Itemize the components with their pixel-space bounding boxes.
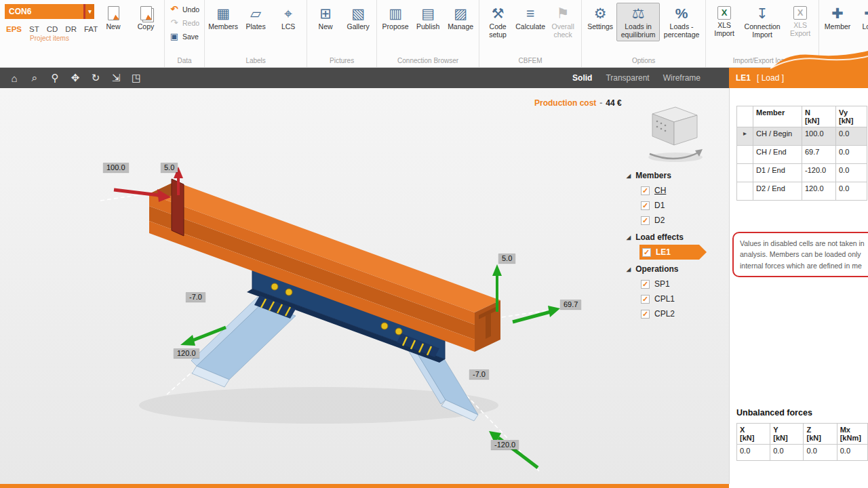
row-selector-icon[interactable]: ▸ [737, 127, 753, 146]
unbalanced-forces-table: X[kN] Y[kN] Z[kN] Mx[kNm] 0.0 0.0 0.0 0.… [736, 423, 868, 461]
load-panel-header: LE1 [ Load ] [729, 68, 868, 88]
checkbox-checked-icon[interactable]: ✓ [641, 280, 650, 289]
redo-button[interactable]: ↷ Redo [167, 16, 202, 29]
ribbon-group-project-items: CON6 ▾ EPS ST CD DR FAT Project items Ne… [0, 0, 165, 67]
publish-button[interactable]: ▤ Publish [412, 3, 444, 33]
table-row[interactable]: ▸ CH / Begin 100.0 0.0 [737, 127, 867, 146]
new-member-button[interactable]: ✚ Member [821, 3, 854, 33]
zoom-window-icon[interactable]: ⌕ [24, 72, 45, 84]
project-item-dropdown[interactable]: CON6 ▾ [5, 4, 94, 19]
checkbox-checked-icon[interactable]: ✓ [641, 216, 650, 225]
checkbox-checked-icon[interactable]: ✓ [641, 295, 650, 304]
copy-project-item-button[interactable]: Copy [130, 3, 162, 33]
beam-ch[interactable] [149, 179, 500, 352]
add-member-icon: ✚ [831, 5, 844, 22]
tree-item-cpl1[interactable]: ✓ CPL1 [627, 291, 728, 306]
collapse-triangle-icon[interactable]: ◢ [627, 173, 631, 179]
plates-labels-button[interactable]: ▱ Plates [239, 3, 272, 33]
view-mode-wireframe[interactable]: Wireframe [663, 73, 701, 83]
overall-check-button[interactable]: ⚑ Overall check [547, 3, 579, 41]
manage-button[interactable]: ▨ Manage [444, 3, 477, 33]
tree-group-load-effects[interactable]: ◢ Load effects [627, 230, 728, 245]
3d-connection-scene[interactable] [0, 88, 729, 484]
tree-item-d2[interactable]: ✓ D2 [627, 213, 728, 228]
tree-item-le1[interactable]: ✓ LE1 [639, 245, 699, 260]
code-setup-button[interactable]: ⚒ Code setup [481, 3, 514, 41]
xls-import-icon: X [717, 6, 731, 20]
overall-check-icon: ⚑ [557, 5, 570, 22]
zoom-icon[interactable]: ⚲ [45, 72, 65, 84]
new-project-item-button[interactable]: New [97, 3, 130, 33]
tree-group-operations[interactable]: ◢ Operations [627, 262, 728, 277]
rotate-icon[interactable]: ↻ [85, 72, 106, 84]
undo-button[interactable]: ↶ Undo [167, 3, 202, 16]
checkbox-checked-icon[interactable]: ✓ [642, 248, 651, 257]
view-mode-transparent[interactable]: Transparent [606, 73, 649, 83]
project-column: CON6 ▾ EPS ST CD DR FAT Project items [2, 0, 97, 45]
isometric-view-icon[interactable]: ◳ [126, 72, 146, 84]
propose-icon: ▥ [389, 5, 402, 22]
pan-icon[interactable]: ✥ [65, 72, 85, 84]
propose-button[interactable]: ▥ Propose [379, 3, 412, 33]
members-labels-button[interactable]: ▦ Members [207, 3, 239, 33]
collapse-triangle-icon[interactable]: ◢ [627, 235, 631, 241]
viewport-toolbar: ⌂ ⌕ ⚲ ✥ ↻ ⇲ ◳ Solid Transparent Wirefram… [0, 68, 729, 88]
tree-item-d1[interactable]: ✓ D1 [627, 198, 728, 213]
chevron-down-icon[interactable]: ▾ [83, 4, 94, 19]
checkbox-checked-icon[interactable]: ✓ [641, 186, 650, 195]
table-row: 0.0 0.0 0.0 0.0 [737, 445, 868, 461]
add-load-icon: ✚ [864, 5, 868, 22]
xls-export-button[interactable]: X XLS Export [784, 3, 816, 40]
ribbon-group-options: ⚙ Settings ⚖ Loads in equilibrium % Load… [582, 0, 706, 67]
loads-percentage-button[interactable]: % Loads - percentage [660, 3, 703, 41]
gallery-button[interactable]: ▧ Gallery [342, 3, 374, 33]
publish-icon: ▤ [421, 5, 435, 22]
zoom-fit-icon[interactable]: ⇲ [106, 72, 126, 84]
loads-in-equilibrium-button[interactable]: ⚖ Loads in equilibrium [616, 3, 660, 41]
table-row[interactable]: D1 / End -120.0 0.0 [737, 164, 867, 182]
gallery-icon: ▧ [351, 5, 365, 22]
save-icon: ▣ [170, 31, 179, 41]
xls-import-button[interactable]: X XLS Import [708, 3, 741, 40]
view-mode-solid[interactable]: Solid [572, 73, 592, 83]
ribbon: CON6 ▾ EPS ST CD DR FAT Project items Ne… [0, 0, 868, 68]
3d-viewport[interactable]: Production cost-44 € 100.0 5.0 5.0 69.7 … [0, 88, 729, 484]
project-item-name: CON6 [9, 7, 31, 16]
navigation-cube[interactable] [648, 107, 703, 162]
production-cost: Production cost-44 € [534, 98, 622, 108]
tree-group-members[interactable]: ◢ Members [627, 168, 728, 183]
code-setup-icon: ⚒ [492, 5, 505, 22]
new-picture-button[interactable]: ⊞ New [309, 3, 342, 33]
settings-button[interactable]: ⚙ Settings [584, 3, 616, 33]
redo-icon: ↷ [170, 18, 179, 28]
checkbox-checked-icon[interactable]: ✓ [641, 201, 650, 210]
view-mode-switch: Solid Transparent Wireframe [572, 73, 729, 83]
connection-import-button[interactable]: ↧ Connection Import [741, 3, 784, 41]
tab-st[interactable]: ST [29, 25, 39, 33]
table-header-row: X[kN] Y[kN] Z[kN] Mx[kNm] [737, 424, 868, 445]
home-icon[interactable]: ⌂ [4, 73, 24, 84]
tree-item-sp1[interactable]: ✓ SP1 [627, 277, 728, 291]
tab-cd[interactable]: CD [47, 25, 58, 33]
table-row[interactable]: D2 / End 120.0 0.0 [737, 182, 867, 201]
tree-item-ch[interactable]: ✓ CH [627, 183, 728, 198]
group-label-data: Data [167, 56, 202, 67]
members-icon: ▦ [216, 5, 230, 22]
checkbox-checked-icon[interactable]: ✓ [641, 310, 650, 319]
save-button[interactable]: ▣ Save [167, 30, 201, 43]
load-label-vz-end: 5.0 [498, 253, 515, 263]
percent-icon: % [675, 5, 688, 22]
ribbon-group-labels: ▦ Members ▱ Plates ⌖ LCS Labels [205, 0, 307, 67]
lcs-labels-button[interactable]: ⌖ LCS [272, 3, 304, 33]
undo-icon: ↶ [170, 4, 179, 14]
new-load-button[interactable]: ✚ Load [854, 3, 868, 33]
tab-dr[interactable]: DR [65, 25, 77, 33]
tab-fat[interactable]: FAT [84, 25, 98, 33]
collapse-triangle-icon[interactable]: ◢ [627, 266, 631, 272]
tree-item-cpl2[interactable]: ✓ CPL2 [627, 306, 728, 321]
calculate-icon: ≡ [526, 5, 534, 22]
tab-eps[interactable]: EPS [6, 25, 22, 33]
calculate-button[interactable]: ≡ Calculate [514, 3, 547, 33]
table-row[interactable]: CH / End 69.7 0.0 [737, 146, 867, 164]
table-header-row: Member N[kN] Vy[kN] [737, 106, 867, 127]
